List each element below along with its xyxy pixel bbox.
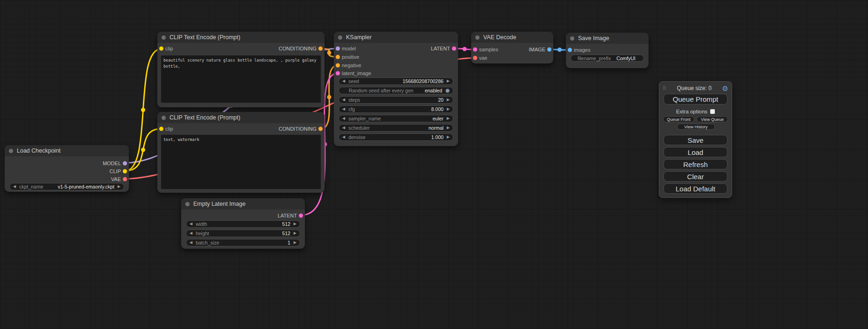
- decrement-arrow-icon[interactable]: [190, 241, 192, 245]
- widget-filename-prefix[interactable]: filename_prefix ComfyUI: [571, 55, 644, 62]
- decrement-arrow-icon[interactable]: [342, 79, 345, 83]
- queue-front-button[interactable]: Queue Front: [663, 116, 694, 122]
- node-save-image[interactable]: Save Image images filename_prefix ComfyU…: [566, 33, 649, 68]
- load-default-button[interactable]: Load Default: [663, 183, 727, 194]
- node-title: KSampler: [346, 34, 372, 41]
- queue-prompt-button[interactable]: Queue Prompt: [663, 94, 727, 105]
- decrement-arrow-icon[interactable]: [342, 135, 345, 139]
- output-slot-image[interactable]: [547, 48, 551, 52]
- widget-ckpt-name[interactable]: ckpt_name v1-5-pruned-emaonly.ckpt: [9, 183, 124, 190]
- input-slot-images[interactable]: [568, 48, 572, 52]
- node-empty-latent-image[interactable]: Empty Latent Image LATENT width 512 heig…: [181, 198, 305, 249]
- node-titlebar[interactable]: CLIP Text Encode (Prompt): [157, 32, 325, 43]
- output-row-latent: LATENT: [181, 211, 305, 220]
- toggle-indicator-icon[interactable]: [445, 89, 450, 93]
- node-titlebar[interactable]: VAE Decode: [471, 32, 553, 43]
- settings-gear-icon[interactable]: [722, 85, 728, 92]
- node-titlebar[interactable]: Empty Latent Image: [181, 198, 305, 210]
- widget-width[interactable]: width 512: [186, 220, 300, 228]
- extra-options-checkbox[interactable]: [710, 109, 715, 114]
- output-slot-label: LATENT: [431, 46, 450, 51]
- node-graph-canvas[interactable]: Load Checkpoint MODEL CLIP VAE ckpt_name…: [0, 0, 868, 329]
- widget-value: 512: [209, 231, 290, 236]
- output-slot-conditioning[interactable]: [318, 127, 323, 131]
- node-titlebar[interactable]: Load Checkpoint: [5, 145, 129, 156]
- output-row-model: MODEL: [5, 159, 129, 168]
- decrement-arrow-icon[interactable]: [342, 107, 345, 111]
- output-slot-model[interactable]: [123, 161, 127, 166]
- increment-arrow-icon[interactable]: [447, 98, 450, 102]
- input-slot-negative[interactable]: [336, 63, 340, 68]
- widget-cfg[interactable]: cfg 8.000: [339, 105, 453, 113]
- output-slot-vae[interactable]: [123, 177, 127, 182]
- refresh-button[interactable]: Refresh: [663, 159, 727, 169]
- widget-sampler-name[interactable]: sampler_name euler: [339, 115, 453, 122]
- widget-batch-size[interactable]: batch_size 1: [186, 239, 300, 246]
- decrement-arrow-icon[interactable]: [342, 98, 345, 102]
- input-slot-model[interactable]: [336, 47, 340, 51]
- increment-arrow-icon[interactable]: [447, 107, 450, 111]
- drag-handle-icon[interactable]: [663, 85, 666, 91]
- increment-arrow-icon[interactable]: [294, 231, 296, 235]
- widget-value: 512: [207, 221, 290, 227]
- input-slot-clip[interactable]: [159, 47, 163, 51]
- node-status-dot-icon: [475, 35, 480, 40]
- node-title: Empty Latent Image: [193, 201, 246, 207]
- increment-arrow-icon[interactable]: [447, 117, 450, 120]
- increment-arrow-icon[interactable]: [447, 126, 450, 130]
- output-slot-conditioning[interactable]: [318, 47, 323, 51]
- widget-height[interactable]: height 512: [186, 230, 300, 237]
- node-titlebar[interactable]: CLIP Text Encode (Prompt): [157, 112, 325, 123]
- input-slot-positive[interactable]: [336, 55, 340, 59]
- widget-label: seed: [348, 78, 359, 84]
- input-slot-clip[interactable]: [159, 127, 163, 131]
- input-slot-label: images: [574, 47, 590, 53]
- increment-arrow-icon[interactable]: [294, 241, 296, 245]
- input-slot-samples[interactable]: [473, 48, 477, 52]
- node-vae-decode[interactable]: VAE Decode samples IMAGE vae: [471, 32, 553, 63]
- input-slot-label: negative: [342, 63, 361, 68]
- widget-scheduler[interactable]: scheduler normal: [339, 124, 453, 132]
- clear-button[interactable]: Clear: [663, 171, 727, 182]
- input-row-positive: positive: [334, 53, 458, 61]
- link-midpoint-dot: [141, 148, 145, 152]
- decrement-arrow-icon[interactable]: [190, 231, 192, 235]
- widget-random-seed-toggle[interactable]: Random seed after every gen enabled: [339, 87, 453, 94]
- node-title: CLIP Text Encode (Prompt): [169, 34, 240, 41]
- decrement-arrow-icon[interactable]: [342, 126, 345, 130]
- view-queue-button[interactable]: View Queue: [697, 116, 728, 122]
- output-slot-latent[interactable]: [299, 214, 303, 218]
- node-status-dot-icon: [162, 35, 166, 40]
- node-titlebar[interactable]: Save Image: [566, 33, 649, 44]
- output-slot-latent[interactable]: [452, 47, 456, 51]
- node-status-dot-icon: [162, 116, 166, 120]
- increment-arrow-icon[interactable]: [447, 79, 450, 83]
- decrement-arrow-icon[interactable]: [13, 185, 16, 189]
- input-slot-vae[interactable]: [473, 56, 477, 60]
- queue-size-label: Queue size: 0: [666, 85, 722, 91]
- node-titlebar[interactable]: KSampler: [334, 32, 458, 43]
- save-button[interactable]: Save: [663, 135, 727, 145]
- node-load-checkpoint[interactable]: Load Checkpoint MODEL CLIP VAE ckpt_name…: [5, 145, 129, 192]
- widget-label: filename_prefix: [578, 56, 611, 61]
- decrement-arrow-icon[interactable]: [342, 117, 345, 120]
- increment-arrow-icon[interactable]: [447, 135, 450, 139]
- load-button[interactable]: Load: [663, 147, 727, 157]
- input-slot-latent-image[interactable]: [336, 71, 340, 76]
- widget-label: sampler_name: [348, 116, 381, 121]
- output-slot-label: CONDITIONING: [279, 126, 317, 132]
- widget-steps[interactable]: steps 20: [339, 96, 453, 104]
- prompt-textarea[interactable]: beautiful scenery nature glass bottle la…: [161, 55, 321, 103]
- node-ksampler[interactable]: KSampler model LATENT positive negative …: [334, 32, 458, 146]
- view-history-button[interactable]: View History: [677, 124, 715, 130]
- decrement-arrow-icon[interactable]: [190, 222, 192, 226]
- node-clip-text-encode-positive[interactable]: CLIP Text Encode (Prompt) clip CONDITION…: [157, 32, 325, 107]
- increment-arrow-icon[interactable]: [118, 185, 120, 189]
- node-clip-text-encode-negative[interactable]: CLIP Text Encode (Prompt) clip CONDITION…: [157, 112, 325, 193]
- input-slot-label: vae: [479, 55, 487, 61]
- increment-arrow-icon[interactable]: [294, 222, 296, 226]
- prompt-textarea[interactable]: text, watermark: [161, 134, 321, 189]
- widget-denoise[interactable]: denoise 1.000: [339, 133, 453, 141]
- widget-seed[interactable]: seed 156680208700286: [339, 77, 453, 85]
- output-slot-clip[interactable]: [123, 169, 127, 174]
